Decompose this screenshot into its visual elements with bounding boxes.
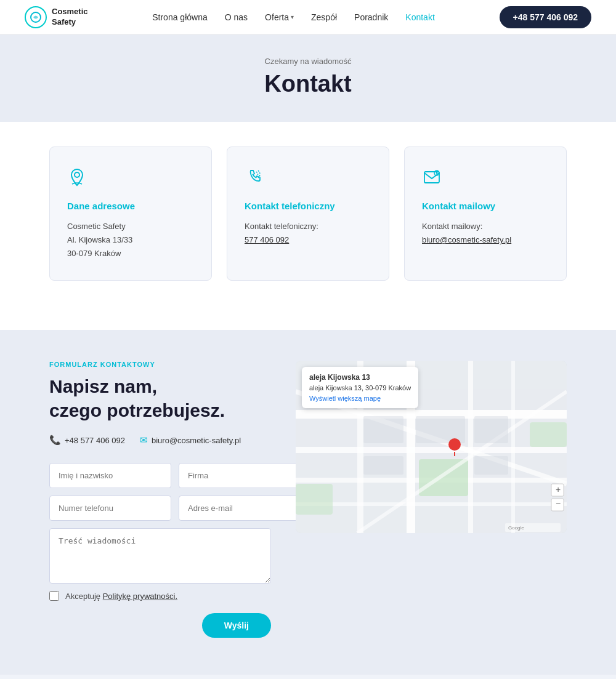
map-container[interactable]: Google + − aleja Kijowska 13 aleja Kijow… xyxy=(296,361,567,533)
hero-title: Kontakt xyxy=(12,71,604,97)
nav-zespol[interactable]: Zespół xyxy=(311,12,337,22)
company-input[interactable] xyxy=(179,463,301,488)
map-area: Google + − aleja Kijowska 13 aleja Kijow… xyxy=(296,361,567,533)
oferta-dropdown-icon: ▾ xyxy=(291,14,294,20)
nav-o-nas[interactable]: O nas xyxy=(225,12,248,22)
contact-form: Akceptuję Politykę prywatności. Wyślij xyxy=(49,463,271,638)
address-icon xyxy=(67,167,194,191)
svg-rect-23 xyxy=(474,456,508,475)
logo-link[interactable]: Cosmetic Safety xyxy=(25,6,88,28)
hero-subtitle: Czekamy na wiadomość xyxy=(12,57,604,66)
contact-phone-info: 📞 +48 577 406 092 xyxy=(49,435,125,446)
privacy-label: Akceptuję Politykę prywatności. xyxy=(65,592,177,601)
submit-button[interactable]: Wyślij xyxy=(202,613,271,638)
svg-rect-16 xyxy=(530,422,567,447)
nav-poradnik[interactable]: Poradnik xyxy=(354,12,388,22)
contact-email-info: ✉ biuro@cosmetic-safety.pl xyxy=(140,435,241,446)
privacy-link[interactable]: Politykę prywatności. xyxy=(103,592,177,601)
privacy-checkbox-row: Akceptuję Politykę prywatności. xyxy=(49,591,271,601)
phone-button[interactable]: +48 577 406 092 xyxy=(500,6,592,28)
email-card-title: Kontakt mailowy xyxy=(422,201,549,211)
address-card-title: Dane adresowe xyxy=(67,201,194,211)
name-input[interactable] xyxy=(49,463,171,488)
phone-card-title: Kontakt telefoniczny xyxy=(245,201,371,211)
phone-icon xyxy=(245,167,371,191)
logo-text: Cosmetic Safety xyxy=(52,7,88,28)
form-row-1 xyxy=(49,463,271,488)
phone-input[interactable] xyxy=(49,496,171,521)
email-icon xyxy=(422,167,549,191)
address-card-body: Cosmetic Safety Al. Kijowska 13/33 30-07… xyxy=(67,220,194,260)
svg-rect-15 xyxy=(296,484,333,515)
svg-point-24 xyxy=(448,438,461,451)
message-textarea[interactable] xyxy=(49,528,271,584)
cards-section: Dane adresowe Cosmetic Safety Al. Kijows… xyxy=(0,122,616,311)
nav-kontakt[interactable]: Kontakt xyxy=(405,12,434,22)
address-card: Dane adresowe Cosmetic Safety Al. Kijows… xyxy=(49,147,212,281)
map-popup-title: aleja Kijowska 13 xyxy=(309,372,411,383)
hero-section: Czekamy na wiadomość Kontakt xyxy=(0,34,616,122)
email-small-icon: ✉ xyxy=(140,435,148,446)
main-nav: Strona główna O nas Oferta ▾ Zespół Pora… xyxy=(152,12,435,22)
footer: Cosmetic Safety Cosmetic Safety Al. Kijo… xyxy=(0,675,616,679)
svg-rect-22 xyxy=(363,456,403,475)
contact-section: FORMULARZ KONTAKTOWY Napisz nam, czego p… xyxy=(0,330,616,675)
svg-text:+: + xyxy=(556,484,561,494)
contact-form-area: FORMULARZ KONTAKTOWY Napisz nam, czego p… xyxy=(49,361,271,638)
form-label: FORMULARZ KONTAKTOWY xyxy=(49,361,271,368)
form-heading: Napisz nam, czego potrzebujesz. xyxy=(49,374,271,422)
phone-small-icon: 📞 xyxy=(49,435,61,446)
map-popup: aleja Kijowska 13 aleja Kijowska 13, 30-… xyxy=(302,367,418,408)
svg-text:−: − xyxy=(556,499,561,508)
phone-card: Kontakt telefoniczny Kontakt telefoniczn… xyxy=(227,147,389,281)
svg-point-1 xyxy=(75,172,79,177)
email-card: Kontakt mailowy Kontakt mailowy: biuro@c… xyxy=(404,147,567,281)
map-popup-subtitle: aleja Kijowska 13, 30-079 Kraków xyxy=(309,384,411,392)
email-input[interactable] xyxy=(179,496,301,521)
svg-rect-12 xyxy=(468,361,473,533)
phone-link[interactable]: 577 406 092 xyxy=(245,235,289,244)
nav-strona-glowna[interactable]: Strona główna xyxy=(152,12,208,22)
email-card-body: Kontakt mailowy: biuro@cosmetic-safety.p… xyxy=(422,220,549,247)
map-larger-link[interactable]: Wyświetl większą mapę xyxy=(309,395,381,402)
phone-card-body: Kontakt telefoniczny: 577 406 092 xyxy=(245,220,371,247)
svg-rect-13 xyxy=(511,361,515,533)
email-link[interactable]: biuro@cosmetic-safety.pl xyxy=(422,235,511,244)
logo-icon xyxy=(25,6,47,28)
svg-rect-19 xyxy=(363,416,403,443)
svg-rect-9 xyxy=(296,502,567,506)
svg-point-4 xyxy=(436,172,438,174)
contact-info: 📞 +48 577 406 092 ✉ biuro@cosmetic-safet… xyxy=(49,435,271,446)
nav-oferta[interactable]: Oferta xyxy=(265,12,289,22)
svg-rect-21 xyxy=(474,416,508,443)
form-row-2 xyxy=(49,496,271,521)
svg-text:Google: Google xyxy=(508,525,524,531)
svg-rect-7 xyxy=(296,447,567,453)
privacy-checkbox[interactable] xyxy=(49,591,59,601)
